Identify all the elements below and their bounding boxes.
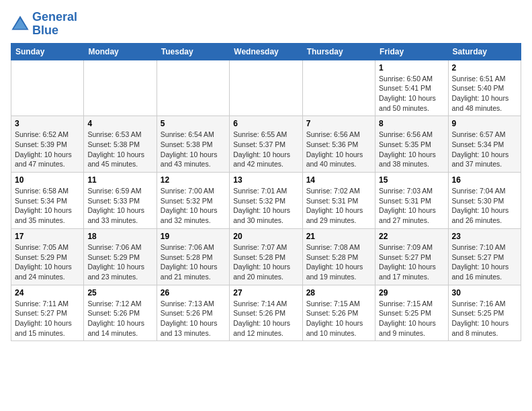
- day-number: 15: [379, 175, 444, 185]
- day-info: Sunrise: 7:03 AM Sunset: 5:31 PM Dayligh…: [379, 186, 444, 226]
- day-info: Sunrise: 7:06 AM Sunset: 5:28 PM Dayligh…: [161, 242, 226, 282]
- day-info: Sunrise: 7:02 AM Sunset: 5:31 PM Dayligh…: [306, 186, 371, 226]
- week-row-2: 3Sunrise: 6:52 AM Sunset: 5:39 PM Daylig…: [11, 116, 521, 173]
- day-info: Sunrise: 7:10 AM Sunset: 5:27 PM Dayligh…: [452, 242, 517, 282]
- day-cell: [230, 60, 302, 116]
- day-info: Sunrise: 6:52 AM Sunset: 5:39 PM Dayligh…: [15, 130, 80, 169]
- day-number: 7: [306, 119, 371, 128]
- day-info: Sunrise: 7:07 AM Sunset: 5:28 PM Dayligh…: [233, 242, 298, 282]
- day-cell: 18Sunrise: 7:06 AM Sunset: 5:29 PM Dayli…: [84, 228, 157, 285]
- logo: General Blue: [11, 11, 77, 38]
- day-cell: 9Sunrise: 6:57 AM Sunset: 5:34 PM Daylig…: [448, 116, 521, 173]
- day-info: Sunrise: 7:09 AM Sunset: 5:27 PM Dayligh…: [379, 242, 444, 282]
- day-info: Sunrise: 7:08 AM Sunset: 5:28 PM Dayligh…: [306, 242, 371, 282]
- day-info: Sunrise: 6:53 AM Sunset: 5:38 PM Dayligh…: [87, 130, 152, 169]
- day-number: 13: [233, 175, 298, 185]
- day-cell: [157, 60, 229, 116]
- day-cell: 28Sunrise: 7:15 AM Sunset: 5:26 PM Dayli…: [302, 285, 375, 341]
- day-number: 10: [15, 175, 80, 185]
- day-number: 19: [161, 232, 226, 241]
- col-header-wednesday: Wednesday: [230, 43, 302, 60]
- day-cell: [11, 60, 84, 116]
- col-header-thursday: Thursday: [302, 43, 375, 60]
- day-info: Sunrise: 7:13 AM Sunset: 5:26 PM Dayligh…: [161, 299, 226, 338]
- day-number: 11: [87, 175, 152, 185]
- week-row-3: 10Sunrise: 6:58 AM Sunset: 5:34 PM Dayli…: [11, 173, 521, 229]
- day-cell: 22Sunrise: 7:09 AM Sunset: 5:27 PM Dayli…: [375, 228, 448, 285]
- day-cell: 30Sunrise: 7:16 AM Sunset: 5:25 PM Dayli…: [448, 285, 521, 341]
- day-cell: 5Sunrise: 6:54 AM Sunset: 5:38 PM Daylig…: [157, 116, 229, 173]
- day-cell: 21Sunrise: 7:08 AM Sunset: 5:28 PM Dayli…: [302, 228, 375, 285]
- day-cell: 13Sunrise: 7:01 AM Sunset: 5:32 PM Dayli…: [230, 173, 302, 229]
- day-number: 23: [452, 232, 517, 241]
- day-cell: 11Sunrise: 6:59 AM Sunset: 5:33 PM Dayli…: [84, 173, 157, 229]
- day-cell: 23Sunrise: 7:10 AM Sunset: 5:27 PM Dayli…: [448, 228, 521, 285]
- day-cell: 8Sunrise: 6:56 AM Sunset: 5:35 PM Daylig…: [375, 116, 448, 173]
- day-number: 20: [233, 232, 298, 241]
- day-cell: 6Sunrise: 6:55 AM Sunset: 5:37 PM Daylig…: [230, 116, 302, 173]
- col-header-saturday: Saturday: [448, 43, 521, 60]
- day-info: Sunrise: 6:57 AM Sunset: 5:34 PM Dayligh…: [452, 130, 517, 169]
- day-cell: 25Sunrise: 7:12 AM Sunset: 5:26 PM Dayli…: [84, 285, 157, 341]
- day-info: Sunrise: 7:14 AM Sunset: 5:26 PM Dayligh…: [233, 299, 298, 338]
- day-cell: 2Sunrise: 6:51 AM Sunset: 5:40 PM Daylig…: [448, 60, 521, 116]
- day-cell: 20Sunrise: 7:07 AM Sunset: 5:28 PM Dayli…: [230, 228, 302, 285]
- day-info: Sunrise: 6:59 AM Sunset: 5:33 PM Dayligh…: [87, 186, 152, 226]
- day-cell: 12Sunrise: 7:00 AM Sunset: 5:32 PM Dayli…: [157, 173, 229, 229]
- day-number: 12: [161, 175, 226, 185]
- day-number: 6: [233, 119, 298, 128]
- week-row-4: 17Sunrise: 7:05 AM Sunset: 5:29 PM Dayli…: [11, 228, 521, 285]
- day-info: Sunrise: 7:15 AM Sunset: 5:26 PM Dayligh…: [306, 299, 371, 338]
- day-info: Sunrise: 7:15 AM Sunset: 5:25 PM Dayligh…: [379, 299, 444, 338]
- col-header-sunday: Sunday: [11, 43, 84, 60]
- day-info: Sunrise: 7:12 AM Sunset: 5:26 PM Dayligh…: [87, 299, 152, 338]
- logo-text: General Blue: [32, 11, 77, 38]
- day-info: Sunrise: 6:51 AM Sunset: 5:40 PM Dayligh…: [452, 74, 517, 113]
- day-number: 21: [306, 232, 371, 241]
- logo-icon: [11, 15, 30, 34]
- day-info: Sunrise: 7:00 AM Sunset: 5:32 PM Dayligh…: [161, 186, 226, 226]
- day-info: Sunrise: 6:55 AM Sunset: 5:37 PM Dayligh…: [233, 130, 298, 169]
- day-cell: 27Sunrise: 7:14 AM Sunset: 5:26 PM Dayli…: [230, 285, 302, 341]
- week-row-1: 1Sunrise: 6:50 AM Sunset: 5:41 PM Daylig…: [11, 60, 521, 116]
- day-info: Sunrise: 6:54 AM Sunset: 5:38 PM Dayligh…: [161, 130, 226, 169]
- calendar-header-row: SundayMondayTuesdayWednesdayThursdayFrid…: [11, 43, 521, 60]
- day-cell: 17Sunrise: 7:05 AM Sunset: 5:29 PM Dayli…: [11, 228, 84, 285]
- day-number: 24: [15, 288, 80, 298]
- day-info: Sunrise: 6:50 AM Sunset: 5:41 PM Dayligh…: [379, 74, 444, 113]
- day-number: 8: [379, 119, 444, 128]
- day-number: 4: [87, 119, 152, 128]
- day-number: 26: [161, 288, 226, 298]
- day-number: 9: [452, 119, 517, 128]
- day-cell: 4Sunrise: 6:53 AM Sunset: 5:38 PM Daylig…: [84, 116, 157, 173]
- col-header-monday: Monday: [84, 43, 157, 60]
- day-number: 30: [452, 288, 517, 298]
- day-cell: 29Sunrise: 7:15 AM Sunset: 5:25 PM Dayli…: [375, 285, 448, 341]
- day-cell: 16Sunrise: 7:04 AM Sunset: 5:30 PM Dayli…: [448, 173, 521, 229]
- day-number: 3: [15, 119, 80, 128]
- day-info: Sunrise: 7:04 AM Sunset: 5:30 PM Dayligh…: [452, 186, 517, 226]
- day-cell: 7Sunrise: 6:56 AM Sunset: 5:36 PM Daylig…: [302, 116, 375, 173]
- day-cell: 3Sunrise: 6:52 AM Sunset: 5:39 PM Daylig…: [11, 116, 84, 173]
- day-number: 29: [379, 288, 444, 298]
- col-header-tuesday: Tuesday: [157, 43, 229, 60]
- day-number: 14: [306, 175, 371, 185]
- day-number: 5: [161, 119, 226, 128]
- day-cell: 15Sunrise: 7:03 AM Sunset: 5:31 PM Dayli…: [375, 173, 448, 229]
- day-cell: 19Sunrise: 7:06 AM Sunset: 5:28 PM Dayli…: [157, 228, 229, 285]
- day-info: Sunrise: 6:56 AM Sunset: 5:35 PM Dayligh…: [379, 130, 444, 169]
- day-info: Sunrise: 7:05 AM Sunset: 5:29 PM Dayligh…: [15, 242, 80, 282]
- day-cell: [302, 60, 375, 116]
- day-number: 27: [233, 288, 298, 298]
- day-cell: [84, 60, 157, 116]
- week-row-5: 24Sunrise: 7:11 AM Sunset: 5:27 PM Dayli…: [11, 285, 521, 341]
- day-number: 17: [15, 232, 80, 241]
- day-info: Sunrise: 7:06 AM Sunset: 5:29 PM Dayligh…: [87, 242, 152, 282]
- day-info: Sunrise: 6:58 AM Sunset: 5:34 PM Dayligh…: [15, 186, 80, 226]
- day-info: Sunrise: 7:01 AM Sunset: 5:32 PM Dayligh…: [233, 186, 298, 226]
- day-info: Sunrise: 7:11 AM Sunset: 5:27 PM Dayligh…: [15, 299, 80, 338]
- day-number: 1: [379, 63, 444, 73]
- calendar-table: SundayMondayTuesdayWednesdayThursdayFrid…: [11, 43, 521, 342]
- day-number: 28: [306, 288, 371, 298]
- day-info: Sunrise: 7:16 AM Sunset: 5:25 PM Dayligh…: [452, 299, 517, 338]
